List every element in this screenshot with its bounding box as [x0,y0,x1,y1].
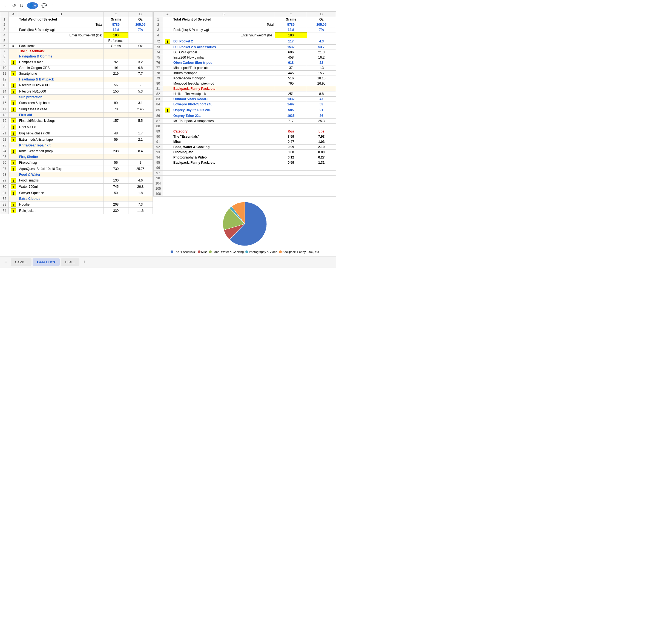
selected-badge: 1 [165,108,170,112]
cell-c: 89 [104,100,128,106]
cell-b: The "Essentials" [172,134,275,139]
cell-b: First-aid/Medical kit/bugs [18,118,104,124]
menu-icon[interactable]: ≡ [2,258,10,266]
right-col-header-b: B [172,12,275,17]
cell-d: 26.95 [307,81,336,86]
tab-gearlist[interactable]: Gear List ▾ [33,258,60,266]
legend-dot [198,251,201,253]
cell-b: Smartphone [18,71,104,77]
row-number: 85 [154,107,163,113]
cell-c [275,86,307,91]
cell-a [163,17,172,22]
table-row: 76Oben Carbon fiber tripod61822 [154,60,336,65]
row-number: 78 [154,70,163,75]
col-header-c: C [104,12,128,17]
cell-b: Pack (lbs) & % body wgt [18,27,104,33]
cell-a [163,81,172,86]
legend-item: Misc [198,250,207,254]
table-row: 191First-aid/Medical kit/bugs1575.5 [0,118,153,124]
cell-c [275,181,307,186]
cell-d: 2.1 [128,137,153,143]
row-number: 104 [154,181,163,186]
cell-b: Enter your weight (lbs) [18,33,104,38]
cell-d [307,181,336,186]
cell-b: Food, Water & Cooking [172,144,275,149]
cell-c [104,124,128,130]
cell-d: 7.7 [128,71,153,77]
more-icon[interactable]: ⋮ [50,2,56,9]
undo-icon[interactable]: ↺ [12,3,16,9]
tab-calori[interactable]: Calori... [11,258,32,266]
cell-d [307,165,336,170]
row-number: 10 [0,65,9,71]
cell-c [275,123,307,129]
cell-a [163,27,172,33]
cell-d: 25.3 [307,118,336,123]
cell-b: Lowepro PhotoSport 24L [172,101,275,107]
cell-b: Bug net & glass cloth [18,130,104,137]
cell-b: Total Weight of Selected [18,17,104,22]
cell-a [9,54,18,59]
cell-d: 21.3 [307,50,336,55]
cell-d: 47 [307,96,336,101]
selected-badge: 1 [165,39,170,44]
selected-badge: 1 [11,149,16,154]
tab-fuel[interactable]: Fuel... [61,258,80,266]
row-number: 5 [0,38,9,44]
row-number: 74 [154,50,163,55]
table-row: 4Enter your weight (lbs)180 [154,33,336,38]
cell-b [172,181,275,186]
table-row: 18First-aid [0,112,153,118]
cell-a [163,22,172,27]
cell-a: 1 [9,82,18,88]
row-number: 83 [154,96,163,101]
cell-b: DJI OM4 gimbal [172,50,275,55]
cell-c: 219 [104,71,128,77]
cell-d: 205.05 [128,22,153,27]
table-row: 90The "Essentials"3.597.93 [154,134,336,139]
cell-b: Misc [172,139,275,144]
row-number: 25 [0,154,9,160]
share-icon[interactable]: 👤+ [27,2,38,9]
cell-a [9,49,18,54]
cell-c: 445 [275,70,307,75]
row-number: 12 [0,77,9,82]
row-number: 82 [154,91,163,96]
cell-c [275,170,307,175]
cell-c: Grams [104,17,128,22]
cell-b: DJI Pocket 2 & accessories [172,44,275,50]
cell-d: 5.3 [128,88,153,95]
cell-b [172,123,275,129]
table-row: 25Fire, Shelter [0,154,153,160]
cell-c: Kgs [275,129,307,134]
cell-a [9,33,18,38]
selected-badge: 1 [11,178,16,183]
legend-dot [209,251,212,253]
cell-b: Monopod feet/clamp/ext-rod [172,81,275,86]
cell-b: Knife/Gear repair kit [18,143,104,148]
redo-icon[interactable]: ↻ [20,3,24,9]
selected-badge: 1 [11,124,16,130]
row-number: 26 [0,160,9,166]
table-row: 201Deet 50 1.8 [0,124,153,130]
row-number: 22 [0,137,9,143]
cell-a [163,33,172,38]
cell-a: 1 [9,124,18,130]
main-content: A B C D 1Total Weight of SelectedGramsOz… [0,12,336,256]
table-row: 106 [154,191,336,196]
cell-a [9,154,18,160]
cell-c [104,143,128,148]
row-number: 88 [154,123,163,129]
add-tab-icon[interactable]: + [81,258,88,266]
comment-icon[interactable]: 💬 [41,3,47,8]
selected-badge: 1 [11,83,16,88]
cell-b: DJI Pocket 2 [172,38,275,44]
cell-a [163,191,172,196]
table-row: 32Extra Clothes [0,196,153,202]
cell-b: Sun protection [18,95,104,100]
cell-a [163,91,172,96]
cell-a [9,112,18,118]
cell-b: Firerod/mag [18,160,104,166]
back-icon[interactable]: ← [3,2,9,9]
legend-dot [279,251,282,253]
